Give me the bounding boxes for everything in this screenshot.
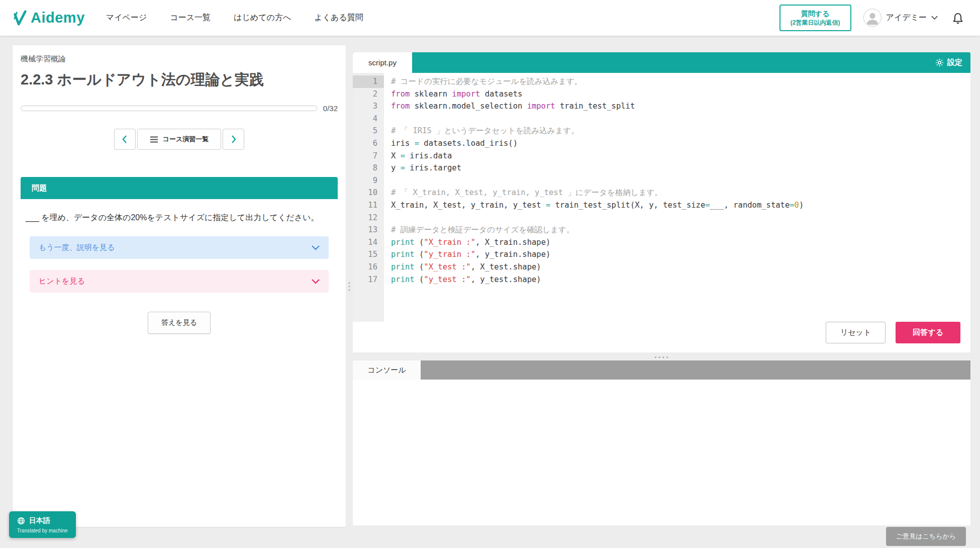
code-line[interactable]: # 「 X_train, X_test, y_train, y_test 」にデ…: [391, 187, 970, 199]
line-number: 16: [353, 261, 384, 273]
breadcrumb[interactable]: 機械学習概論: [21, 54, 338, 64]
course-exercise-list-label: コース演習一覧: [163, 135, 209, 144]
console-resize-handle[interactable]: [353, 352, 970, 360]
aidemy-logo[interactable]: Aidemy: [13, 10, 85, 26]
console-tabbar: コンソール: [353, 360, 970, 380]
line-number: 12: [353, 212, 384, 224]
problem-text: ___ を埋め、データの全体の20%をテストサイズに指定して出力してください。: [26, 210, 333, 225]
line-number: 3: [353, 100, 384, 113]
code-line[interactable]: X_train, X_test, y_train, y_test = train…: [391, 199, 970, 212]
globe-icon: [17, 517, 25, 525]
nav-link-mypage[interactable]: マイページ: [106, 13, 147, 23]
chevron-down-icon: [312, 279, 320, 284]
progress-label: 0/32: [323, 104, 338, 113]
show-explanation-label: もう一度、説明を見る: [39, 243, 115, 252]
gear-icon: [935, 58, 944, 67]
line-number: 1: [353, 75, 384, 88]
next-exercise-button[interactable]: [223, 129, 244, 150]
code-content[interactable]: # コードの実行に必要なモジュールを読み込みます。from sklearn im…: [384, 73, 970, 322]
lesson-panel: 機械学習概論 2.2.3 ホールドアウト法の理論と実践 0/32 コース演習一覧…: [13, 45, 346, 527]
tab-console[interactable]: コンソール: [353, 360, 421, 380]
chevron-left-icon: [122, 135, 127, 143]
show-answer-button[interactable]: 答えを見る: [148, 312, 211, 334]
exercise-pager: コース演習一覧: [21, 129, 338, 150]
panel-resize-handle[interactable]: [346, 45, 353, 527]
code-line[interactable]: X = iris.data: [391, 150, 970, 162]
nav-link-faq[interactable]: よくある質問: [314, 13, 363, 23]
code-scroll-area[interactable]: 1234567891011121314151617 # コードの実行に必要なモジ…: [353, 73, 970, 322]
line-number: 9: [353, 174, 384, 187]
line-number-gutter: 1234567891011121314151617: [353, 73, 384, 322]
drag-dots-icon: [655, 352, 668, 361]
line-number: 13: [353, 224, 384, 236]
avatar: [863, 9, 881, 27]
answer-row: 答えを見る: [21, 312, 338, 334]
ask-question-button[interactable]: 質問する (2営業日以内返信): [779, 5, 851, 31]
code-line[interactable]: print ("y_train :", y_train.shape): [391, 248, 970, 261]
language-label: 日本語: [29, 516, 50, 525]
feedback-button[interactable]: ご意見はこちらから: [886, 527, 966, 546]
reset-button[interactable]: リセット: [826, 322, 886, 343]
account-name: アイデミー: [886, 13, 927, 23]
settings-button[interactable]: 設定: [927, 52, 970, 73]
line-number: 5: [353, 125, 384, 137]
settings-label: 設定: [947, 58, 962, 67]
code-line[interactable]: from sklearn import datasets: [391, 88, 970, 101]
tab-script-py[interactable]: script.py: [353, 52, 412, 73]
editor-tabbar: script.py 設定: [353, 52, 970, 73]
aidemy-logo-icon: [13, 10, 27, 26]
show-hint-label: ヒントを見る: [39, 277, 85, 286]
code-line[interactable]: print ("y_test :", y_test.shape): [391, 273, 970, 286]
code-line[interactable]: y = iris.target: [391, 162, 970, 174]
course-exercise-list-button[interactable]: コース演習一覧: [137, 129, 222, 150]
code-line[interactable]: # 「 IRIS 」というデータセットを読み込みます。: [391, 125, 970, 137]
bell-icon: [952, 11, 964, 24]
chevron-down-icon: [312, 245, 320, 250]
progress-bar: [21, 106, 317, 111]
chevron-right-icon: [231, 135, 236, 143]
code-line[interactable]: print ("X_test :", X_test.shape): [391, 261, 970, 273]
line-number: 10: [353, 187, 384, 199]
show-hint-toggle[interactable]: ヒントを見る: [30, 270, 329, 293]
translation-badge[interactable]: 日本語 Translated by machine: [9, 511, 76, 538]
prev-exercise-button[interactable]: [114, 129, 136, 150]
code-line[interactable]: [391, 113, 970, 125]
ask-question-sublabel: (2営業日以内返信): [791, 19, 840, 27]
line-number: 8: [353, 162, 384, 174]
editor-actions: リセット 回答する: [353, 322, 970, 352]
line-number: 11: [353, 199, 384, 212]
code-line[interactable]: iris = datasets.load_iris(): [391, 137, 970, 150]
code-editor[interactable]: 1234567891011121314151617 # コードの実行に必要なモジ…: [353, 73, 970, 352]
code-line[interactable]: print ("X_train :", X_train.shape): [391, 236, 970, 249]
editor-panel: script.py 設定 1234567891011121314151617 #…: [353, 52, 970, 525]
main-nav: マイページ コース一覧 はじめての方へ よくある質問: [106, 13, 363, 23]
problem-header: 問題: [21, 177, 338, 199]
progress-row: 0/32: [21, 104, 338, 113]
code-line[interactable]: # 訓練データと検証データのサイズを確認します。: [391, 224, 970, 236]
page-title: 2.2.3 ホールドアウト法の理論と実践: [21, 70, 338, 90]
line-number: 17: [353, 273, 384, 286]
nav-link-course-list[interactable]: コース一覧: [170, 13, 211, 23]
code-line[interactable]: from sklearn.model_selection import trai…: [391, 100, 970, 113]
account-menu[interactable]: アイデミー: [863, 9, 938, 27]
line-number: 15: [353, 248, 384, 261]
nav-link-beginners[interactable]: はじめての方へ: [234, 13, 291, 23]
code-line[interactable]: # コードの実行に必要なモジュールを読み込みます。: [391, 75, 970, 88]
translation-note: Translated by machine: [17, 528, 68, 533]
line-number: 4: [353, 113, 384, 125]
line-number: 2: [353, 88, 384, 101]
list-icon: [150, 136, 158, 143]
console-output: [353, 380, 970, 525]
ask-question-label: 質問する: [801, 9, 830, 19]
submit-answer-button[interactable]: 回答する: [896, 322, 960, 343]
person-icon: [864, 9, 881, 26]
show-explanation-toggle[interactable]: もう一度、説明を見る: [30, 236, 329, 259]
code-line[interactable]: [391, 212, 970, 224]
code-line[interactable]: [391, 174, 970, 187]
line-number: 6: [353, 137, 384, 150]
line-number: 14: [353, 236, 384, 249]
chevron-down-icon: [931, 16, 938, 20]
main-content: 機械学習概論 2.2.3 ホールドアウト法の理論と実践 0/32 コース演習一覧…: [0, 36, 980, 527]
notifications-button[interactable]: [950, 9, 966, 26]
navbar-right: 質問する (2営業日以内返信) アイデミー: [779, 5, 966, 31]
